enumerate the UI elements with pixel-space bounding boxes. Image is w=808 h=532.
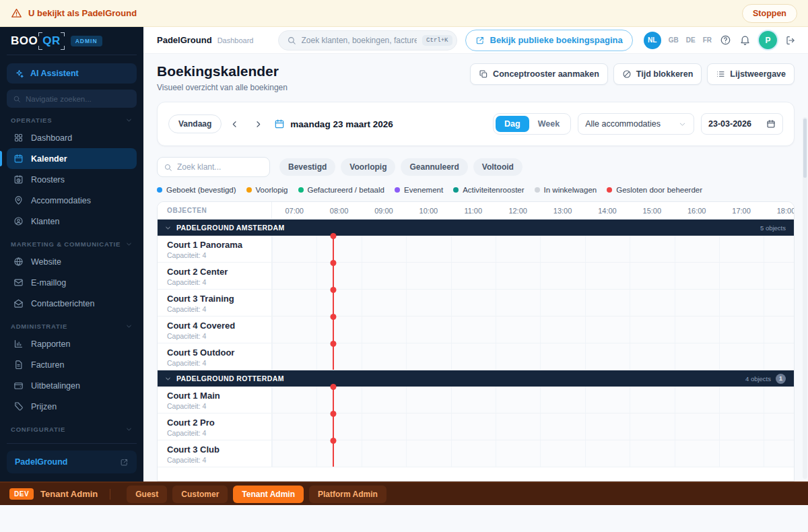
court-timeline[interactable] — [272, 236, 794, 262]
search-icon — [13, 95, 21, 103]
status-chip-voltooid[interactable]: Voltooid — [473, 158, 523, 176]
sidebar-item-e-maillog[interactable]: E-maillog — [7, 272, 137, 293]
status-chip-bevestigd[interactable]: Bevestigd — [279, 158, 335, 176]
sidebar-item-rapporten[interactable]: Rapporten — [7, 333, 137, 354]
court-label-cell[interactable]: Court 1 Panorama Capaciteit: 4 — [158, 236, 272, 262]
sidebar-item-accommodaties[interactable]: Accommodaties — [7, 190, 137, 211]
sidebar-item-uitbetalingen[interactable]: Uitbetalingen — [7, 375, 137, 396]
language-switcher: NLGBDEFR — [644, 32, 712, 49]
public-booking-page-button[interactable]: Bekijk publieke boekingspagina — [465, 30, 633, 51]
role-button-customer[interactable]: Customer — [172, 486, 228, 503]
sidebar-section-label[interactable]: ADMINISTRATIE — [11, 323, 133, 330]
copy-icon — [479, 69, 488, 79]
status-chip-geannuleerd[interactable]: Geannuleerd — [401, 158, 467, 176]
logout-icon[interactable] — [785, 35, 796, 46]
legend-dot — [246, 187, 252, 193]
tijd-blokkeren-button[interactable]: Tijd blokkeren — [613, 63, 702, 85]
role-button-tenant-admin[interactable]: Tenant Admin — [233, 486, 304, 503]
sidebar-item-klanten[interactable]: Klanten — [7, 211, 137, 232]
language-nl[interactable]: NL — [644, 32, 661, 49]
sidebar-item-website[interactable]: Website — [7, 251, 137, 272]
page-subtitle: Visueel overzicht van alle boekingen — [157, 83, 288, 92]
ai-assistant-button[interactable]: AI Assistent — [7, 63, 137, 84]
dev-badge: DEV — [9, 488, 34, 500]
next-day-button[interactable] — [248, 117, 269, 132]
sidebar: BOOQR ADMIN AI Assistent OPERATIES Dashb… — [0, 27, 143, 481]
avatar[interactable]: P — [759, 31, 777, 49]
current-time-indicator — [333, 343, 334, 370]
language-de[interactable]: DE — [686, 36, 696, 44]
tenant-link[interactable]: PadelGround — [7, 451, 137, 473]
calendar-icon[interactable] — [766, 119, 776, 129]
chevron-down-icon — [125, 117, 133, 124]
breadcrumb-page[interactable]: Dashboard — [217, 36, 254, 44]
customer-search-input[interactable] — [177, 162, 263, 172]
court-label-cell[interactable]: Court 3 Club Capaciteit: 4 — [158, 440, 272, 467]
legend-dot — [298, 187, 304, 193]
court-row: Court 3 Club Capaciteit: 4 — [158, 440, 794, 467]
chevron-down-icon — [164, 224, 172, 232]
page-background — [0, 505, 808, 532]
court-timeline[interactable] — [272, 343, 794, 370]
court-label-cell[interactable]: Court 5 Outdoor Capaciteit: 4 — [158, 343, 272, 370]
accommodation-filter[interactable]: Alle accommodaties — [578, 113, 694, 135]
legend-item: Gesloten door beheerder — [607, 186, 702, 194]
chevron-down-icon — [164, 375, 172, 383]
legend-item: Gefactureerd / betaald — [298, 186, 384, 194]
language-gb[interactable]: GB — [669, 36, 679, 44]
court-label-cell[interactable]: Court 3 Training Capaciteit: 4 — [158, 290, 272, 316]
time-label: 12:00 — [496, 202, 540, 219]
page-actions: Conceptrooster aanmaken Tijd blokkeren L… — [470, 63, 795, 85]
court-timeline[interactable] — [272, 387, 794, 413]
court-timeline[interactable] — [272, 440, 794, 467]
court-label-cell[interactable]: Court 2 Pro Capaciteit: 4 — [158, 413, 272, 440]
language-fr[interactable]: FR — [703, 36, 712, 44]
search-icon — [164, 163, 172, 172]
venue-section-header[interactable]: PADELGROUND AMSTERDAM 5 objects — [158, 220, 794, 236]
court-label-cell[interactable]: Court 4 Covered Capaciteit: 4 — [158, 317, 272, 343]
calendar-icon — [13, 154, 24, 164]
court-timeline[interactable] — [272, 263, 794, 289]
sidebar-section-label[interactable]: MARKETING & COMMUNICATIE — [11, 240, 133, 248]
court-label-cell[interactable]: Court 1 Main Capaciteit: 4 — [158, 387, 272, 413]
pin-icon — [13, 195, 24, 205]
help-icon[interactable] — [720, 34, 731, 46]
sidebar-item-dashboard[interactable]: Dashboard — [7, 127, 137, 148]
vertical-scrollbar[interactable] — [803, 117, 807, 479]
prev-day-button[interactable] — [224, 117, 245, 132]
view-day-option[interactable]: Dag — [496, 116, 529, 132]
sidebar-item-prijzen[interactable]: Prijzen — [7, 396, 137, 417]
current-time-indicator — [333, 263, 334, 289]
global-search-input[interactable] — [302, 36, 417, 45]
view-week-option[interactable]: Week — [529, 116, 568, 132]
customer-search — [157, 157, 270, 177]
date-picker-input[interactable] — [708, 119, 760, 129]
sidebar-section-label[interactable]: CONFIGURATIE — [11, 426, 133, 433]
current-time-indicator — [333, 440, 334, 467]
time-label: 18:00 — [764, 202, 794, 219]
conceptrooster-aanmaken-button[interactable]: Conceptrooster aanmaken — [470, 63, 608, 85]
venue-section-header[interactable]: PADELGROUND ROTTERDAM 4 objects1 — [158, 370, 794, 387]
court-timeline[interactable] — [272, 290, 794, 316]
sidebar-item-contactberichten[interactable]: Contactberichten — [7, 293, 137, 314]
sidebar-item-facturen[interactable]: Facturen — [7, 354, 137, 375]
legend-item: Evenement — [395, 186, 443, 194]
sidebar-item-roosters[interactable]: Roosters — [7, 169, 137, 190]
notifications-bell-icon[interactable] — [739, 34, 751, 46]
court-timeline[interactable] — [272, 317, 794, 343]
role-button-guest[interactable]: Guest — [127, 486, 167, 503]
lijstweergave-button[interactable]: Lijstweergave — [707, 63, 795, 85]
sidebar-item-kalender[interactable]: Kalender — [7, 148, 137, 169]
court-label-cell[interactable]: Court 2 Center Capaciteit: 4 — [158, 263, 272, 289]
stop-impersonation-button[interactable]: Stoppen — [742, 4, 797, 23]
today-button[interactable]: Vandaag — [168, 114, 222, 133]
booqr-logo[interactable]: BOOQR — [11, 34, 64, 48]
status-chip-voorlopig[interactable]: Voorlopig — [341, 158, 395, 176]
court-timeline[interactable] — [272, 413, 794, 440]
sidebar-search-input[interactable] — [26, 95, 131, 103]
time-label: 15:00 — [630, 202, 674, 219]
role-button-platform-admin[interactable]: Platform Admin — [309, 486, 386, 503]
scrollbar-thumb[interactable] — [803, 119, 807, 178]
sidebar-section-label[interactable]: OPERATIES — [11, 117, 133, 124]
breadcrumb-tenant[interactable]: PadelGround — [157, 35, 212, 45]
